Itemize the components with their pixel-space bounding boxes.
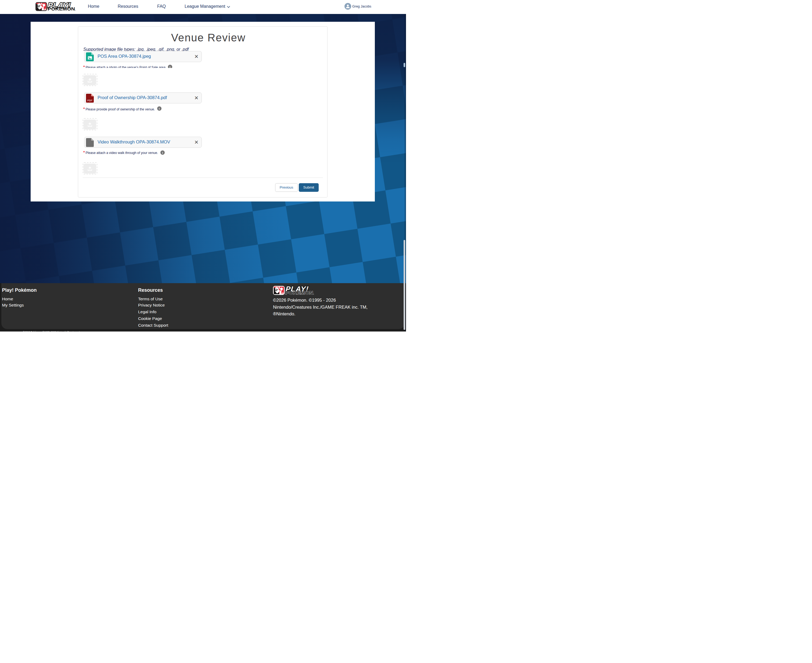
svg-text:TM: TM — [313, 294, 314, 295]
svg-text:POKÉMON: POKÉMON — [48, 6, 75, 11]
svg-text:TM: TM — [75, 10, 76, 11]
svg-text:PDF: PDF — [87, 99, 92, 102]
svg-text:POKÉMON: POKÉMON — [285, 290, 313, 295]
